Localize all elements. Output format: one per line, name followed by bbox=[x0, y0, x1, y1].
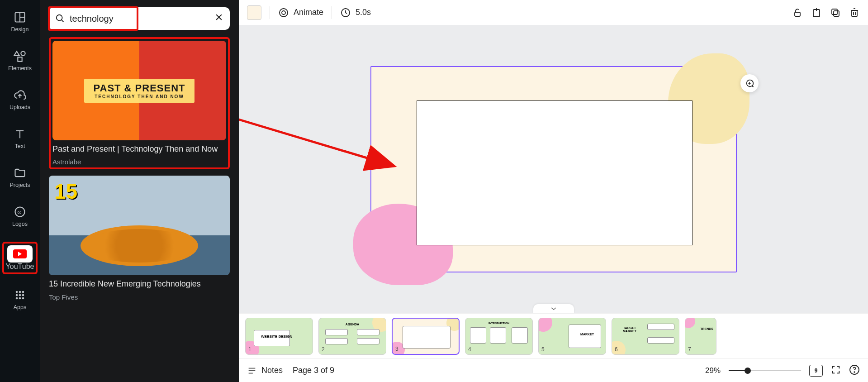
svg-point-21 bbox=[280, 9, 288, 17]
result-card-2[interactable]: 15 15 Incredible New Emerging Technologi… bbox=[49, 176, 230, 301]
duration-label: 5.0s bbox=[356, 8, 371, 17]
main-area: Animate 5.0s bbox=[239, 0, 868, 382]
nav-label: Apps bbox=[14, 304, 27, 310]
help-icon bbox=[849, 364, 860, 375]
svg-point-31 bbox=[854, 372, 855, 372]
nav-label: Text bbox=[15, 143, 25, 149]
nav-uploads[interactable]: Uploads bbox=[4, 86, 36, 113]
search-input[interactable] bbox=[70, 14, 210, 24]
svg-point-10 bbox=[22, 291, 24, 293]
svg-line-29 bbox=[239, 111, 393, 166]
layout-icon bbox=[14, 11, 26, 24]
side-panel: PAST & PRESENT TECHNOLOGY THEN AND NOW P… bbox=[40, 0, 239, 382]
expand-timeline-tab[interactable] bbox=[533, 304, 574, 313]
svg-rect-27 bbox=[832, 9, 837, 14]
lock-button[interactable] bbox=[792, 7, 803, 18]
nav-text[interactable]: Text bbox=[4, 125, 36, 152]
video-placeholder[interactable] bbox=[417, 100, 693, 245]
fullscreen-icon bbox=[831, 365, 841, 375]
page-indicator: Page 3 of 9 bbox=[293, 366, 334, 375]
nav-design[interactable]: Design bbox=[4, 8, 36, 35]
slide-thumb-6[interactable]: TARGET MARKET6 bbox=[612, 318, 679, 355]
duplicate-icon bbox=[830, 7, 841, 18]
color-swatch[interactable] bbox=[247, 5, 261, 20]
svg-point-8 bbox=[16, 291, 18, 293]
comment-plus-icon bbox=[745, 78, 754, 88]
duplicate-button[interactable] bbox=[830, 7, 841, 18]
result-thumbnail: PAST & PRESENT TECHNOLOGY THEN AND NOW bbox=[52, 41, 226, 140]
nav-apps[interactable]: Apps bbox=[4, 286, 36, 313]
animate-icon bbox=[278, 7, 289, 18]
divider bbox=[270, 6, 270, 19]
nav-elements[interactable]: Elements bbox=[4, 47, 36, 74]
context-toolbar: Animate 5.0s bbox=[239, 0, 868, 25]
slide-thumb-7[interactable]: TRENDS7 bbox=[685, 318, 716, 355]
duration-button[interactable]: 5.0s bbox=[340, 7, 371, 18]
shapes-icon bbox=[14, 50, 26, 62]
total-pages: 9 bbox=[815, 368, 818, 374]
svg-point-12 bbox=[19, 294, 21, 296]
filmstrip[interactable]: WEBSITE DESIGN1 AGENDA2 3 INTRODUCTION4 … bbox=[239, 313, 868, 358]
trash-icon bbox=[849, 7, 860, 18]
slide-thumb-1[interactable]: WEBSITE DESIGN1 bbox=[245, 318, 313, 355]
notes-icon bbox=[247, 366, 257, 376]
nav-logos[interactable]: co. Logos bbox=[4, 203, 36, 230]
result-title: 15 Incredible New Emerging Technologies bbox=[49, 279, 230, 289]
slide-thumb-5[interactable]: MARKET5 bbox=[538, 318, 606, 355]
result-author: Astrolabe bbox=[52, 158, 226, 166]
svg-point-13 bbox=[22, 294, 24, 296]
grid-view-button[interactable]: 9 bbox=[809, 365, 823, 377]
add-page-button[interactable] bbox=[811, 7, 822, 18]
svg-rect-28 bbox=[852, 10, 857, 16]
slide-thumb-2[interactable]: AGENDA2 bbox=[318, 318, 386, 355]
app-root: Design Elements Uploads Text Projects bbox=[0, 0, 868, 382]
svg-rect-26 bbox=[834, 11, 839, 16]
nav-youtube[interactable] bbox=[7, 245, 33, 263]
slide-thumb-3[interactable]: 3 bbox=[392, 318, 460, 355]
toolbar-right bbox=[792, 7, 860, 18]
slide-thumb-4[interactable]: INTRODUCTION4 bbox=[465, 318, 533, 355]
nav-label: YouTube bbox=[6, 263, 34, 271]
svg-text:co.: co. bbox=[18, 210, 23, 215]
zoom-slider[interactable] bbox=[729, 370, 801, 371]
close-icon bbox=[214, 13, 223, 22]
svg-point-16 bbox=[22, 297, 24, 300]
logo-icon: co. bbox=[14, 205, 26, 218]
search-icon bbox=[55, 14, 65, 24]
animate-button[interactable]: Animate bbox=[278, 7, 323, 18]
thumb-banner-line2: TECHNOLOGY THEN AND NOW bbox=[93, 94, 185, 99]
help-button[interactable] bbox=[849, 364, 860, 377]
thumb-badge: 15 bbox=[54, 179, 77, 204]
thumb-illustration bbox=[81, 225, 198, 266]
svg-point-4 bbox=[21, 52, 25, 56]
svg-point-9 bbox=[19, 291, 21, 293]
apps-grid-icon bbox=[14, 289, 26, 301]
slide-frame[interactable] bbox=[370, 66, 737, 272]
animate-label: Animate bbox=[294, 8, 323, 17]
clear-search-button[interactable] bbox=[214, 13, 223, 24]
notes-button[interactable]: Notes bbox=[247, 366, 283, 376]
result-thumbnail: 15 bbox=[49, 176, 230, 275]
youtube-icon bbox=[13, 249, 27, 258]
nav-label: Elements bbox=[8, 65, 32, 72]
delete-button[interactable] bbox=[849, 7, 860, 18]
canvas-area[interactable] bbox=[239, 25, 868, 313]
notes-label: Notes bbox=[261, 366, 283, 375]
svg-point-15 bbox=[19, 297, 21, 300]
nav-label: Logos bbox=[12, 221, 28, 227]
result-author: Top Fives bbox=[49, 293, 230, 301]
text-icon bbox=[14, 128, 26, 140]
svg-point-11 bbox=[16, 294, 18, 296]
bottom-right: 29% 9 bbox=[705, 364, 860, 377]
search-results: PAST & PRESENT TECHNOLOGY THEN AND NOW P… bbox=[49, 37, 230, 301]
zoom-slider-knob[interactable] bbox=[745, 368, 751, 374]
add-comment-button[interactable] bbox=[740, 74, 759, 92]
nav-label: Design bbox=[11, 26, 29, 33]
nav-projects[interactable]: Projects bbox=[4, 164, 36, 191]
nav-label: Uploads bbox=[9, 104, 30, 110]
unlock-icon bbox=[792, 7, 803, 18]
fullscreen-button[interactable] bbox=[831, 365, 841, 377]
result-card-1[interactable]: PAST & PRESENT TECHNOLOGY THEN AND NOW P… bbox=[49, 37, 230, 169]
search-wrap bbox=[49, 7, 230, 30]
thumb-banner-line1: PAST & PRESENT bbox=[93, 82, 185, 94]
